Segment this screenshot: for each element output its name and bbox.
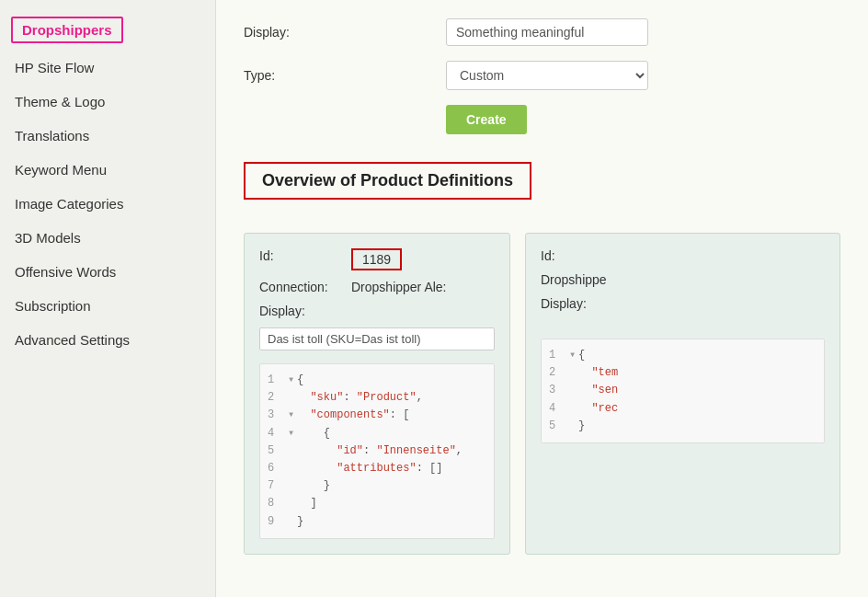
- card2-id-label: Id:: [541, 248, 633, 263]
- sidebar-item-offensive-words[interactable]: Offensive Words: [0, 255, 215, 289]
- card1-id-field: Id: 1189: [259, 248, 495, 270]
- sidebar: Dropshippers HP Site Flow Theme & Logo T…: [0, 0, 216, 597]
- sidebar-item-hp-site-flow[interactable]: HP Site Flow: [0, 51, 215, 85]
- card1-id-label: Id:: [259, 248, 351, 263]
- card2-code-block: 1 ▾ { 2 "tem 3 "sen 4 "r: [541, 339, 825, 443]
- sidebar-item-subscription[interactable]: Subscription: [0, 289, 215, 323]
- card1-code-block: 1 ▾ { 2 "sku": "Product", 3 ▾ "component…: [259, 363, 495, 539]
- card1-display-label: Display:: [259, 304, 351, 318]
- display-row: Display:: [244, 18, 840, 46]
- code-line-9: 9 }: [268, 513, 486, 531]
- sidebar-item-advanced-settings[interactable]: Advanced Settings: [0, 323, 215, 357]
- card1-display-input[interactable]: [259, 327, 495, 350]
- card2-code-line-2: 2 "tem: [549, 364, 817, 382]
- card1-id-value: 1189: [351, 248, 402, 270]
- sidebar-item-keyword-menu[interactable]: Keyword Menu: [0, 153, 215, 187]
- card2-display-field: Display:: [541, 296, 825, 311]
- code-line-1: 1 ▾ {: [268, 372, 486, 389]
- overview-heading: Overview of Product Definitions: [244, 162, 531, 200]
- card1-connection-field: Connection: Dropshipper Ale:: [259, 280, 495, 294]
- card2-code-line-1: 1 ▾ {: [549, 347, 817, 364]
- code-line-5: 5 "id": "Innenseite",: [268, 442, 486, 460]
- card1-connection-label: Connection:: [259, 280, 351, 294]
- card2-code-line-3: 3 "sen: [549, 382, 817, 399]
- overview-heading-wrapper: Overview of Product Definitions: [244, 162, 840, 216]
- product-card-1: Id: 1189 Connection: Dropshipper Ale: Di…: [244, 233, 510, 555]
- card2-connection-value: Dropshippe: [541, 272, 607, 287]
- code-line-6: 6 "attributes": []: [268, 460, 486, 477]
- type-label: Type:: [244, 68, 446, 83]
- display-input[interactable]: [446, 18, 648, 46]
- create-button[interactable]: Create: [446, 105, 527, 134]
- cards-row: Id: 1189 Connection: Dropshipper Ale: Di…: [244, 233, 840, 555]
- card2-display-label: Display:: [541, 296, 633, 311]
- card2-id-field: Id:: [541, 248, 825, 263]
- code-line-7: 7 }: [268, 477, 486, 495]
- sidebar-item-translations[interactable]: Translations: [0, 119, 215, 153]
- type-select[interactable]: Custom Standard Advanced: [446, 61, 648, 90]
- main-content: Display: Type: Custom Standard Advanced …: [216, 0, 868, 597]
- display-label: Display:: [244, 25, 446, 40]
- type-row: Type: Custom Standard Advanced: [244, 61, 840, 90]
- code-line-4: 4 ▾ {: [268, 425, 486, 442]
- code-line-2: 2 "sku": "Product",: [268, 389, 486, 407]
- code-line-8: 8 ]: [268, 495, 486, 512]
- card1-display-field: Display:: [259, 304, 495, 318]
- card2-code-line-4: 4 "rec: [549, 400, 817, 418]
- sidebar-item-3d-models[interactable]: 3D Models: [0, 221, 215, 255]
- card1-connection-value: Dropshipper Ale:: [351, 280, 447, 294]
- card2-connection-field: Dropshippe: [541, 272, 825, 287]
- sidebar-item-dropshippers[interactable]: Dropshippers: [11, 17, 123, 43]
- product-definition-form: Display: Type: Custom Standard Advanced …: [244, 18, 840, 144]
- sidebar-item-image-categories[interactable]: Image Categories: [0, 187, 215, 221]
- code-line-3: 3 ▾ "components": [: [268, 407, 486, 424]
- sidebar-item-theme-logo[interactable]: Theme & Logo: [0, 85, 215, 119]
- product-card-2: Id: Dropshippe Display: 1 ▾ { 2 "tem: [525, 233, 840, 555]
- card2-code-line-5: 5 }: [549, 418, 817, 435]
